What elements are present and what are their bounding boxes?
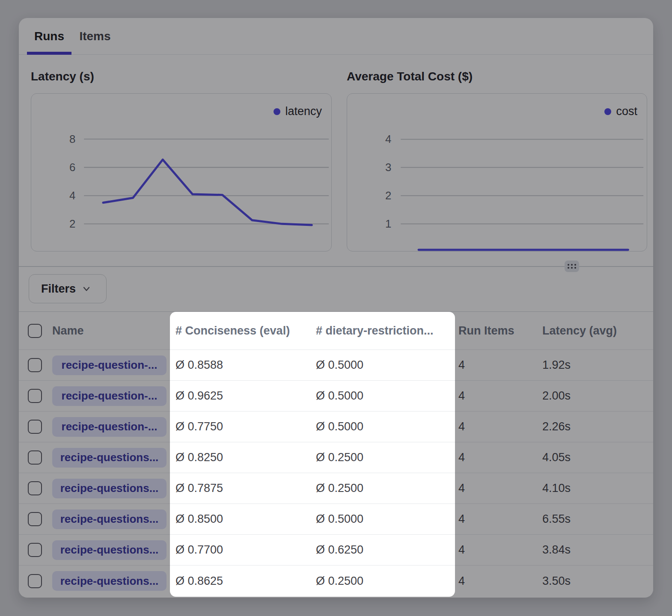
- cost-legend-label: cost: [616, 105, 637, 118]
- tab-runs-label: Runs: [34, 30, 64, 43]
- conciseness-score: Ø 0.9625: [171, 389, 313, 403]
- tab-items[interactable]: Items: [71, 18, 119, 55]
- table-row[interactable]: recipe-questions...Ø 0.8500Ø 0.500046.55…: [19, 504, 653, 535]
- svg-text:1: 1: [385, 218, 391, 230]
- latency-avg-value: 3.84s: [539, 543, 653, 557]
- conciseness-score: Ø 0.8250: [171, 451, 313, 464]
- table-body: recipe-question-...Ø 0.8588Ø 0.500041.92…: [19, 350, 653, 596]
- active-tab-underline: [27, 52, 71, 55]
- svg-text:4: 4: [385, 133, 391, 145]
- row-checkbox[interactable]: [28, 543, 42, 557]
- conciseness-score: Ø 0.7700: [171, 543, 313, 557]
- table-row[interactable]: recipe-questions...Ø 0.8250Ø 0.250044.05…: [19, 442, 653, 473]
- dietary-restriction-score: Ø 0.5000: [313, 512, 455, 526]
- row-checkbox[interactable]: [28, 574, 42, 588]
- column-header-name: Name: [52, 324, 171, 338]
- latency-legend-label: latency: [285, 105, 322, 118]
- dietary-restriction-score: Ø 0.5000: [313, 420, 455, 433]
- run-name-badge[interactable]: recipe-question-...: [52, 417, 167, 437]
- panel-resize-divider: [19, 266, 653, 267]
- table-row[interactable]: recipe-question-...Ø 0.7750Ø 0.500042.26…: [19, 412, 653, 442]
- dietary-restriction-score: Ø 0.5000: [313, 389, 455, 403]
- cost-chart-card: 4321 cost: [347, 93, 647, 252]
- run-items-count: 4: [455, 575, 539, 588]
- row-checkbox[interactable]: [28, 450, 42, 465]
- runs-table: Name # Conciseness (eval) # dietary-rest…: [19, 311, 653, 596]
- latency-avg-value: 2.00s: [539, 389, 653, 403]
- table-header-row: Name # Conciseness (eval) # dietary-rest…: [19, 312, 653, 350]
- latency-legend-dot-icon: [274, 108, 280, 115]
- latency-avg-value: 6.55s: [539, 512, 653, 526]
- latency-avg-value: 3.50s: [539, 575, 653, 588]
- filters-button[interactable]: Filters: [29, 274, 107, 303]
- svg-text:6: 6: [69, 161, 75, 173]
- latency-legend: latency: [274, 105, 322, 118]
- svg-text:2: 2: [385, 190, 391, 201]
- table-row[interactable]: recipe-questions...Ø 0.7875Ø 0.250044.10…: [19, 473, 653, 504]
- latency-chart-card: 8642 latency: [31, 93, 332, 252]
- table-row[interactable]: recipe-question-...Ø 0.9625Ø 0.500042.00…: [19, 381, 653, 412]
- tab-runs[interactable]: Runs: [27, 18, 71, 55]
- table-row[interactable]: recipe-question-...Ø 0.8588Ø 0.500041.92…: [19, 350, 653, 381]
- row-checkbox[interactable]: [28, 389, 42, 403]
- svg-text:4: 4: [69, 190, 75, 201]
- run-items-count: 4: [455, 543, 539, 557]
- tab-bar: Runs Items: [19, 18, 653, 55]
- conciseness-score: Ø 0.8625: [171, 575, 313, 588]
- cost-line-chart: 4321: [347, 94, 647, 251]
- dietary-restriction-score: Ø 0.2500: [313, 451, 455, 464]
- svg-text:3: 3: [385, 161, 391, 173]
- cost-legend-dot-icon: [604, 108, 611, 115]
- column-header-conciseness: # Conciseness (eval): [171, 324, 313, 338]
- run-name-badge[interactable]: recipe-questions...: [52, 509, 167, 529]
- run-name-badge[interactable]: recipe-questions...: [52, 571, 167, 591]
- dietary-restriction-score: Ø 0.5000: [313, 358, 455, 372]
- run-name-badge[interactable]: recipe-question-...: [52, 386, 167, 406]
- run-name-badge[interactable]: recipe-questions...: [52, 448, 167, 468]
- run-items-count: 4: [455, 451, 539, 464]
- chevron-down-icon: [81, 284, 92, 294]
- conciseness-score: Ø 0.7750: [171, 420, 313, 433]
- run-name-badge[interactable]: recipe-question-...: [52, 355, 167, 375]
- row-checkbox[interactable]: [28, 512, 42, 526]
- tab-items-label: Items: [79, 30, 110, 43]
- dietary-restriction-score: Ø 0.2500: [313, 482, 455, 495]
- run-items-count: 4: [455, 512, 539, 526]
- latency-avg-value: 4.10s: [539, 482, 653, 495]
- dietary-restriction-score: Ø 0.2500: [313, 575, 455, 588]
- runs-panel: Runs Items Latency (s) Average Total Cos…: [19, 18, 653, 598]
- table-row[interactable]: recipe-questions...Ø 0.8625Ø 0.250043.50…: [19, 566, 653, 596]
- run-items-count: 4: [455, 420, 539, 433]
- latency-avg-value: 2.26s: [539, 420, 653, 433]
- column-header-latency-avg: Latency (avg): [539, 324, 653, 338]
- row-checkbox[interactable]: [28, 420, 42, 434]
- conciseness-score: Ø 0.7875: [171, 482, 313, 495]
- run-items-count: 4: [455, 482, 539, 495]
- run-items-count: 4: [455, 389, 539, 403]
- filters-button-label: Filters: [41, 282, 76, 296]
- cost-legend: cost: [604, 105, 637, 118]
- cost-chart-title: Average Total Cost ($): [347, 70, 473, 83]
- row-checkbox[interactable]: [28, 481, 42, 495]
- table-row[interactable]: recipe-questions...Ø 0.7700Ø 0.625043.84…: [19, 535, 653, 566]
- select-all-checkbox[interactable]: [28, 324, 42, 338]
- column-header-dietary-restriction: # dietary-restriction...: [313, 324, 455, 338]
- svg-text:8: 8: [69, 133, 75, 145]
- run-name-badge[interactable]: recipe-questions...: [52, 540, 167, 560]
- column-header-run-items: Run Items: [455, 324, 539, 338]
- conciseness-score: Ø 0.8500: [171, 512, 313, 526]
- run-name-badge[interactable]: recipe-questions...: [52, 479, 167, 498]
- latency-chart-title: Latency (s): [31, 70, 94, 83]
- conciseness-score: Ø 0.8588: [171, 358, 313, 372]
- latency-avg-value: 4.05s: [539, 451, 653, 464]
- latency-avg-value: 1.92s: [539, 358, 653, 372]
- dietary-restriction-score: Ø 0.6250: [313, 543, 455, 557]
- run-items-count: 4: [455, 358, 539, 372]
- resize-drag-handle-icon[interactable]: [565, 261, 579, 272]
- row-checkbox[interactable]: [28, 358, 42, 372]
- svg-text:2: 2: [69, 218, 75, 230]
